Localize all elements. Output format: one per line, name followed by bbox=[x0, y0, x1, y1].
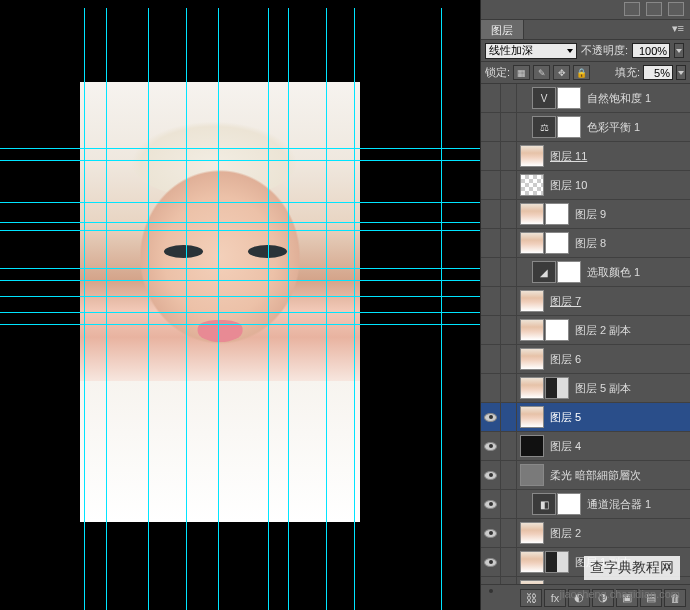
layer-thumbnail[interactable]: ⚖ bbox=[532, 116, 556, 138]
layer-thumbnail[interactable]: ◢ bbox=[532, 261, 556, 283]
layer-thumbnail[interactable] bbox=[557, 493, 581, 515]
layer-row[interactable]: ◧通道混合器 1 bbox=[481, 490, 690, 519]
visibility-toggle[interactable] bbox=[481, 229, 501, 257]
document-canvas[interactable] bbox=[80, 82, 360, 522]
visibility-toggle[interactable] bbox=[481, 432, 501, 460]
visibility-toggle[interactable] bbox=[481, 403, 501, 431]
fill-stepper[interactable] bbox=[676, 65, 686, 80]
layers-list[interactable]: V自然饱和度 1⚖色彩平衡 1图层 11图层 10图层 9图层 8◢选取颜色 1… bbox=[481, 84, 690, 584]
layer-row[interactable]: 图层 6 bbox=[481, 345, 690, 374]
layer-name[interactable]: 图层 5 副本 bbox=[575, 381, 687, 396]
watermark-url: jiaocheng.chazidian.com bbox=[560, 588, 680, 600]
layer-name[interactable]: 通道混合器 1 bbox=[587, 497, 687, 512]
lock-position-button[interactable]: ✥ bbox=[553, 65, 570, 80]
visibility-toggle[interactable] bbox=[481, 577, 501, 584]
layer-name[interactable]: 图层 9 bbox=[575, 207, 687, 222]
blend-mode-select[interactable]: 线性加深 bbox=[485, 43, 577, 59]
photo-content bbox=[80, 82, 360, 522]
panel-menu-icon[interactable]: ▾≡ bbox=[666, 20, 690, 39]
panel-icon-1[interactable] bbox=[624, 2, 640, 16]
visibility-toggle[interactable] bbox=[481, 287, 501, 315]
layer-name[interactable]: 图层 5 bbox=[550, 410, 687, 425]
visibility-toggle[interactable] bbox=[481, 84, 501, 112]
layer-name[interactable]: 图层 2 bbox=[550, 526, 687, 541]
visibility-toggle[interactable] bbox=[481, 258, 501, 286]
link-column bbox=[501, 84, 517, 112]
layer-thumbnail[interactable] bbox=[545, 319, 569, 341]
link-column bbox=[501, 229, 517, 257]
layer-name[interactable]: 柔光 暗部細節層次 bbox=[550, 468, 687, 483]
layer-thumbnail[interactable] bbox=[520, 406, 544, 428]
layer-thumbnail[interactable] bbox=[545, 203, 569, 225]
layers-panel: 图层 ▾≡ 线性加深 不透明度: 100% 锁定: ▦ ✎ ✥ 🔒 填充: 5%… bbox=[480, 0, 690, 610]
layer-name[interactable]: 色彩平衡 1 bbox=[587, 120, 687, 135]
visibility-toggle[interactable] bbox=[481, 200, 501, 228]
layer-thumbnail[interactable] bbox=[520, 290, 544, 312]
layer-thumbnail[interactable] bbox=[545, 377, 569, 399]
visibility-toggle[interactable] bbox=[481, 519, 501, 547]
panel-icon-2[interactable] bbox=[646, 2, 662, 16]
visibility-toggle[interactable] bbox=[481, 113, 501, 141]
layer-row[interactable]: ◢选取颜色 1 bbox=[481, 258, 690, 287]
layer-name[interactable]: 图层 8 bbox=[575, 236, 687, 251]
layer-name[interactable]: 图层 2 副本 bbox=[575, 323, 687, 338]
layer-thumbnail[interactable] bbox=[520, 203, 544, 225]
layer-thumbnail[interactable]: ◧ bbox=[532, 493, 556, 515]
layer-row[interactable]: 图层 5 bbox=[481, 403, 690, 432]
layer-name[interactable]: 图层 4 bbox=[550, 439, 687, 454]
layer-row[interactable]: 图层 7 bbox=[481, 287, 690, 316]
lock-transparent-button[interactable]: ▦ bbox=[513, 65, 530, 80]
layer-row[interactable]: 图层 10 bbox=[481, 171, 690, 200]
layer-row[interactable]: 图层 8 bbox=[481, 229, 690, 258]
layer-row[interactable]: ⚖色彩平衡 1 bbox=[481, 113, 690, 142]
layer-row[interactable]: 图层 4 bbox=[481, 432, 690, 461]
layer-name[interactable]: 自然饱和度 1 bbox=[587, 91, 687, 106]
layer-thumbnail[interactable] bbox=[520, 232, 544, 254]
opacity-input[interactable]: 100% bbox=[632, 43, 670, 58]
layer-thumbnail[interactable]: V bbox=[532, 87, 556, 109]
layer-thumbnail[interactable] bbox=[520, 464, 544, 486]
layer-thumbnail[interactable] bbox=[520, 145, 544, 167]
visibility-toggle[interactable] bbox=[481, 142, 501, 170]
fill-input[interactable]: 5% bbox=[643, 65, 673, 80]
layer-thumbnail[interactable] bbox=[520, 522, 544, 544]
tab-layers[interactable]: 图层 bbox=[481, 20, 524, 39]
layer-thumbnail[interactable] bbox=[520, 319, 544, 341]
layer-thumbnail[interactable] bbox=[520, 174, 544, 196]
layer-thumbnail[interactable] bbox=[520, 348, 544, 370]
visibility-toggle[interactable] bbox=[481, 548, 501, 576]
layer-name[interactable]: 图层 10 bbox=[550, 178, 687, 193]
opacity-stepper[interactable] bbox=[674, 43, 684, 58]
layer-thumbnail[interactable] bbox=[545, 551, 569, 573]
layer-thumbnail[interactable] bbox=[520, 435, 544, 457]
layer-thumbnail[interactable] bbox=[557, 116, 581, 138]
layer-row[interactable]: 图层 2 bbox=[481, 519, 690, 548]
layer-row[interactable]: 图层 2 副本 bbox=[481, 316, 690, 345]
panel-tabs: 图层 ▾≡ bbox=[481, 20, 690, 40]
link-layers-button[interactable]: ⛓ bbox=[520, 589, 542, 607]
lock-all-button[interactable]: 🔒 bbox=[573, 65, 590, 80]
layer-name[interactable]: 图层 6 bbox=[550, 352, 687, 367]
layer-row[interactable]: 图层 9 bbox=[481, 200, 690, 229]
layer-name[interactable]: 图层 7 bbox=[550, 294, 687, 309]
lock-pixels-button[interactable]: ✎ bbox=[533, 65, 550, 80]
visibility-toggle[interactable] bbox=[481, 171, 501, 199]
layer-row[interactable]: V自然饱和度 1 bbox=[481, 84, 690, 113]
visibility-toggle[interactable] bbox=[481, 490, 501, 518]
layer-row[interactable]: 图层 5 副本 bbox=[481, 374, 690, 403]
visibility-toggle[interactable] bbox=[481, 461, 501, 489]
visibility-toggle[interactable] bbox=[481, 374, 501, 402]
layer-thumbnail[interactable] bbox=[557, 261, 581, 283]
layer-thumbnail[interactable] bbox=[520, 551, 544, 573]
panel-icon-3[interactable] bbox=[668, 2, 684, 16]
photoshop-canvas-area[interactable] bbox=[0, 0, 480, 610]
layer-thumbnail[interactable] bbox=[557, 87, 581, 109]
layer-name[interactable]: 选取颜色 1 bbox=[587, 265, 687, 280]
layer-row[interactable]: 图层 11 bbox=[481, 142, 690, 171]
layer-row[interactable]: 柔光 暗部細節層次 bbox=[481, 461, 690, 490]
layer-name[interactable]: 图层 11 bbox=[550, 149, 687, 164]
layer-thumbnail[interactable] bbox=[520, 377, 544, 399]
layer-thumbnail[interactable] bbox=[545, 232, 569, 254]
visibility-toggle[interactable] bbox=[481, 345, 501, 373]
visibility-toggle[interactable] bbox=[481, 316, 501, 344]
